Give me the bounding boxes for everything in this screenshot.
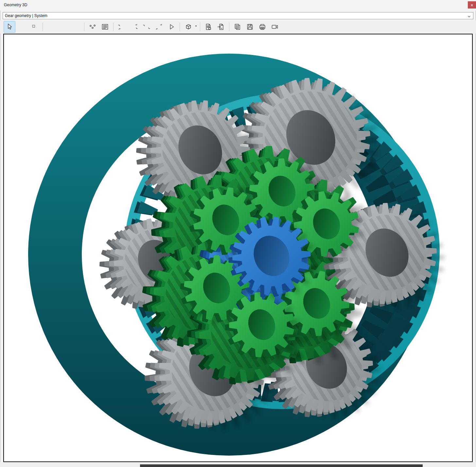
document-open-button[interactable] [215,21,227,33]
rotate-down-button[interactable]: M4 6 C8.5 12.5,15.5 12.5,20 6 M4 18 C8.5… [153,21,165,33]
rotate-left-button[interactable]: M4 6 C8.5 12.5,15.5 12.5,20 6 M4 18 C8.5… [116,21,128,33]
title-bar: Geometry 3D x [0,0,476,10]
pan-button[interactable]: M12 3 v18 M3 12 h18 M12 3 l-2.4 2.6 M12 … [16,21,28,33]
window-title: Geometry 3D [4,0,27,10]
chevron-down-icon [467,14,471,20]
zoom-fit-button[interactable]: M15.2 15.2 L21 21 M16 10 a6 6 0 1 1 -12 … [70,21,82,33]
animate-play-button[interactable] [166,21,177,33]
toolbar: M12 3 v18 M3 12 h18 M12 3 l-2.4 2.6 M12 … [0,20,476,33]
close-button[interactable]: x [468,1,476,9]
3d-viewport[interactable] [3,34,473,462]
rotate-right-button[interactable]: M4 6 C8.5 12.5,15.5 12.5,20 6 M4 18 C8.5… [128,21,140,33]
select-cursor-button[interactable] [4,21,15,33]
zoom-out-button[interactable]: M15.2 15.2 L21 21 M16 10 a6 6 0 1 1 -12 … [58,21,69,33]
save-button[interactable] [244,21,256,33]
horizontal-scrollbar[interactable] [0,462,476,467]
view-cube-caret[interactable]: ▾ [195,25,197,27]
view-selector[interactable]: Gear geometry | System [3,12,473,19]
gear-3d-render [4,34,472,461]
toolbar-separator [113,23,114,31]
toolbar-separator [84,23,84,31]
render-settings-button[interactable]: M6 4 v16 M12 4 v16 M18 4 v16 [87,21,98,33]
scrollbar-thumb[interactable] [140,464,423,467]
toolbar-separator [180,23,180,31]
document-protect-button[interactable] [203,21,214,33]
toolbar-separator [43,23,43,31]
toolbar-separator [200,23,200,31]
toolbar-separator [229,23,229,31]
record-video-button[interactable] [269,21,281,33]
zoom-in-button[interactable]: M15.2 15.2 L21 21 M16 10 a6 6 0 1 1 -12 … [45,21,57,33]
view-selector-value: Gear geometry | System [5,12,47,19]
print-button[interactable] [256,21,268,33]
rotate-up-button[interactable]: M4 6 C8.5 12.5,15.5 12.5,20 6 M4 18 C8.5… [141,21,152,33]
copy-button[interactable] [232,21,243,33]
report-button[interactable] [99,21,111,33]
view-cube-button[interactable]: ▾ [182,21,194,33]
zoom-window-button[interactable]: M15.2 15.2 L21 21 M16 10 a6 6 0 1 1 -12 … [28,21,40,33]
